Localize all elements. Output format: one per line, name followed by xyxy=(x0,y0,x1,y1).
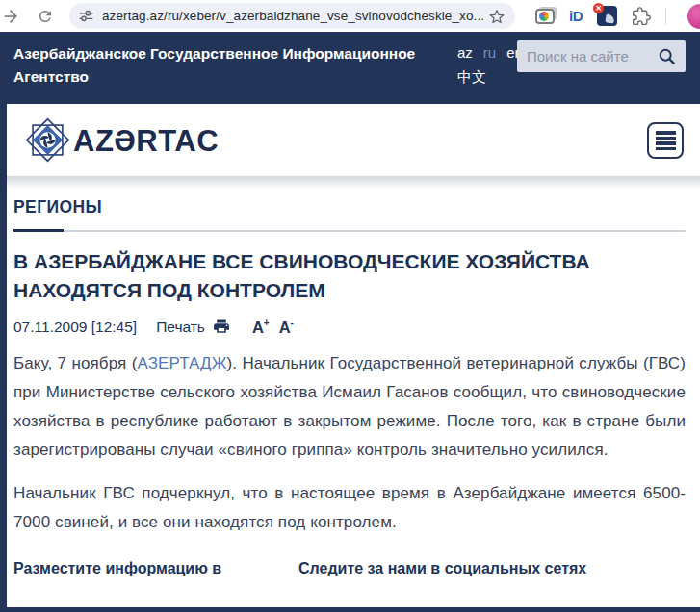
puzzle-extensions-icon[interactable] xyxy=(632,7,651,26)
rainbow-lens-icon xyxy=(539,12,549,21)
photos-extension-icon[interactable] xyxy=(535,9,555,24)
print-button[interactable]: Печать xyxy=(156,318,231,336)
id-extension-icon[interactable]: iD xyxy=(569,8,583,24)
header-shadow xyxy=(0,176,700,189)
azertac-emblem-icon[interactable] xyxy=(21,114,74,166)
article-title: В АЗЕРБАЙДЖАНЕ ВСЕ СВИНОВОДЧЕСКИЕ ХОЗЯЙС… xyxy=(13,247,644,305)
brand-logo-text[interactable]: AZƏRTAC xyxy=(73,124,219,159)
browser-toolbar: azertag.az/ru/xeber/v_azerbaidzhane_vse_… xyxy=(0,0,700,32)
print-label: Печать xyxy=(156,319,205,336)
url-text[interactable]: azertag.az/ru/xeber/v_azerbaidzhane_vse_… xyxy=(102,9,487,23)
lang-az[interactable]: az xyxy=(457,44,473,61)
logo-bar: AZƏRTAC xyxy=(0,104,700,176)
site-header: Азербайджанское Государственное Информац… xyxy=(0,32,700,104)
arrow-right-icon xyxy=(1,7,20,26)
lang-ru[interactable]: ru xyxy=(483,44,496,61)
address-bar[interactable]: azertag.az/ru/xeber/v_azerbaidzhane_vse_… xyxy=(69,3,515,29)
search-submit-button[interactable] xyxy=(656,46,677,67)
extension-error-badge: ✕ xyxy=(593,3,604,13)
site-search xyxy=(517,40,686,72)
left-edge-strip xyxy=(0,104,7,612)
extension-glyph-icon xyxy=(605,13,614,23)
printer-icon xyxy=(212,318,231,336)
article-paragraph-2: Начальник ГВС подчеркнул, что в настояще… xyxy=(13,479,686,537)
follow-heading: Следите за нами в социальных сетях xyxy=(298,560,586,577)
share-heading: Разместите информацию в xyxy=(13,560,298,577)
hamburger-icon xyxy=(656,131,676,135)
agency-name: Азербайджанское Государственное Информац… xyxy=(13,42,447,89)
bottom-edge-strip xyxy=(0,607,700,612)
lang-zh[interactable]: 中文 xyxy=(457,68,486,87)
font-decrease-button[interactable]: A- xyxy=(279,318,294,337)
forward-button[interactable] xyxy=(0,6,21,27)
browser-window: azertag.az/ru/xeber/v_azerbaidzhane_vse_… xyxy=(0,0,700,612)
section-link-regions[interactable]: РЕГИОНЫ xyxy=(13,197,686,217)
star-icon xyxy=(488,8,506,25)
hamburger-menu-button[interactable] xyxy=(647,122,684,159)
font-increase-button[interactable]: A+ xyxy=(252,318,270,337)
article-footer: Разместите информацию в Следите за нами … xyxy=(13,560,686,577)
font-size-controls: A+ A- xyxy=(252,318,294,337)
language-switcher: az ru en xyxy=(457,44,523,61)
site-settings-tune-icon[interactable] xyxy=(78,8,94,24)
article-meta: 07.11.2009 [12:45] Печать A+ A- xyxy=(13,318,686,337)
search-icon xyxy=(658,47,676,65)
site-search-input[interactable] xyxy=(527,48,656,64)
dark-extension-icon[interactable]: ✕ xyxy=(597,6,617,26)
reload-button[interactable] xyxy=(35,6,56,27)
profile-avatar[interactable] xyxy=(687,4,700,29)
toolbar-divider xyxy=(665,8,666,25)
section-divider xyxy=(13,229,686,232)
azertadj-link[interactable]: АЗЕРТАДЖ xyxy=(137,354,226,372)
bookmark-button[interactable] xyxy=(487,7,506,26)
extensions-area: iD ✕ xyxy=(535,0,666,32)
article-date: 07.11.2009 [12:45] xyxy=(13,319,137,336)
article-paragraph-1: Баку, 7 ноября (АЗЕРТАДЖ). Начальник Гос… xyxy=(13,349,686,465)
reload-icon xyxy=(37,8,54,25)
article-page: РЕГИОНЫ В АЗЕРБАЙДЖАНЕ ВСЕ СВИНОВОДЧЕСКИ… xyxy=(13,189,686,577)
